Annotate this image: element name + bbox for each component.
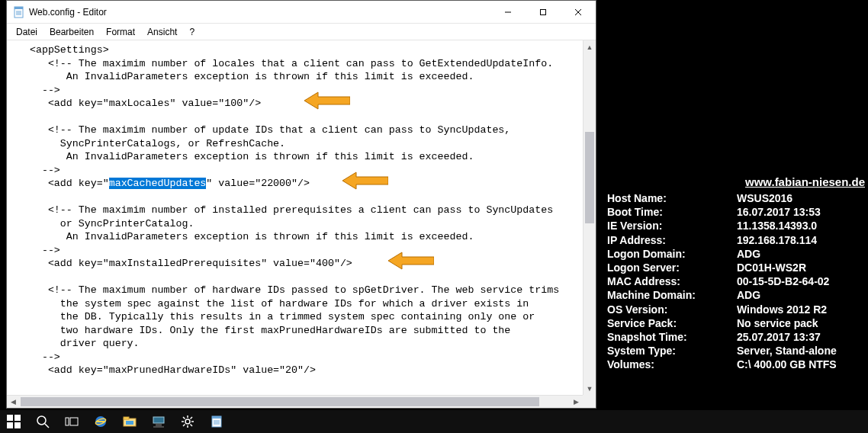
info-row: Logon Server:DC01H-WS2R [607, 261, 866, 274]
svg-rect-1 [14, 7, 23, 9]
horizontal-scroll-thumb[interactable] [21, 397, 539, 406]
code-line: SyncPrinterCatalogs, or RefreshCache. [11, 137, 596, 151]
desktop-info-panel: www.fabian-niesen.de Host Name:WSUS2016B… [607, 175, 866, 372]
code-line: <add key="maxLocales" value="100"/> [11, 97, 596, 111]
svg-line-36 [191, 417, 193, 419]
info-value: 00-15-5D-B2-64-02 [737, 274, 866, 288]
code-line: <!-- The maximim number of update IDs th… [11, 123, 596, 137]
editor-content[interactable]: <appSettings> <!-- The maximim number of… [7, 40, 596, 408]
info-row: Machine Domain:ADG [607, 288, 866, 302]
start-icon[interactable] [5, 412, 23, 431]
taskbar [0, 410, 868, 433]
code-line: --> [11, 84, 596, 98]
info-label: MAC Address: [607, 274, 737, 288]
info-row: Service Pack:No service pack [607, 316, 866, 330]
info-row: IP Address:192.168.178.114 [607, 233, 866, 247]
svg-rect-23 [124, 417, 129, 419]
menu-help[interactable]: ? [183, 25, 201, 39]
info-row: Boot Time:16.07.2017 13:53 [607, 205, 866, 219]
menubar: Datei Bearbeiten Format Ansicht ? [7, 24, 596, 40]
info-label: Service Pack: [607, 316, 737, 330]
info-value: DC01H-WS2R [737, 261, 866, 274]
svg-rect-18 [66, 418, 69, 425]
code-line: An InvalidParameters exception is thrown… [11, 70, 596, 84]
svg-rect-15 [14, 422, 21, 428]
info-label: Snapshot Time: [607, 330, 737, 344]
svg-marker-10 [342, 172, 388, 189]
info-value: 192.168.178.114 [737, 233, 866, 247]
window-title: Web.config - Editor [29, 7, 107, 18]
scroll-right-button[interactable]: ▶ [570, 396, 583, 408]
info-label: Logon Server: [607, 261, 737, 274]
editor-window: Web.config - Editor Datei Bearbeiten For… [6, 0, 596, 409]
svg-rect-19 [70, 418, 78, 425]
info-row: System Type:Server, Stand-alone [607, 344, 866, 358]
server-manager-icon[interactable] [149, 412, 168, 431]
info-value: ADG [737, 288, 866, 302]
close-button[interactable] [561, 1, 596, 23]
info-row: OS Version:Windows 2012 R2 [607, 303, 866, 316]
svg-line-37 [183, 425, 185, 427]
search-icon[interactable] [34, 412, 52, 431]
scroll-left-button[interactable]: ◀ [7, 396, 20, 408]
info-url: www.fabian-niesen.de [607, 175, 866, 188]
info-row: Host Name:WSUS2016 [607, 191, 866, 205]
svg-rect-12 [7, 415, 13, 421]
arrow-max-cached-updates [342, 171, 388, 191]
arrow-max-installed-prerequisites [388, 251, 434, 271]
taskview-icon[interactable] [63, 412, 81, 431]
explorer-icon[interactable] [121, 412, 139, 431]
info-value: Windows 2012 R2 [737, 303, 866, 316]
info-value: Server, Stand-alone [737, 344, 866, 358]
info-row: Logon Domain:ADG [607, 247, 866, 261]
code-line: An InvalidParameters exception is thrown… [11, 230, 596, 244]
vertical-scrollbar[interactable]: ▲ ▼ [583, 40, 596, 395]
minimize-button[interactable] [490, 1, 526, 23]
scroll-up-button[interactable]: ▲ [583, 40, 596, 53]
vertical-scroll-thumb[interactable] [585, 132, 594, 223]
svg-rect-28 [153, 426, 164, 428]
menu-ansicht[interactable]: Ansicht [141, 25, 183, 39]
info-label: System Type: [607, 344, 737, 358]
code-text[interactable]: <appSettings> <!-- The maximim number of… [7, 40, 596, 377]
horizontal-scrollbar[interactable]: ◀ ▶ [7, 395, 583, 408]
code-line: <!-- The maximim number of locales that … [11, 57, 596, 71]
menu-bearbeiten[interactable]: Bearbeiten [43, 25, 100, 39]
notepad-icon[interactable] [207, 412, 226, 431]
editor-body: <appSettings> <!-- The maximim number of… [7, 40, 596, 408]
code-line: two hardware IDs. Only the first maxPrun… [11, 324, 596, 338]
code-line: <appSettings> [11, 43, 596, 57]
svg-marker-11 [388, 252, 434, 269]
info-value: 25.07.2017 13:37 [737, 330, 866, 344]
titlebar[interactable]: Web.config - Editor [7, 1, 596, 24]
maximize-button[interactable] [526, 1, 561, 23]
code-line [11, 111, 596, 124]
svg-line-34 [183, 417, 185, 419]
code-line: or SyncPrinterCatalog. [11, 217, 596, 231]
code-line: the DB. Typically this results in a trim… [11, 310, 596, 324]
menu-format[interactable]: Format [100, 25, 141, 39]
code-line: --> [11, 164, 596, 178]
svg-marker-9 [304, 92, 350, 109]
info-label: IP Address: [607, 233, 737, 247]
code-line: <!-- The maximim number of installed pre… [11, 204, 596, 217]
code-line [11, 271, 596, 284]
svg-point-16 [37, 416, 46, 425]
svg-point-29 [185, 419, 190, 424]
svg-rect-25 [153, 417, 164, 423]
code-line: --> [11, 244, 596, 258]
code-line: --> [11, 351, 596, 364]
info-value: No service pack [737, 316, 866, 330]
scroll-corner [583, 395, 596, 408]
code-line: <!-- The maximum number of hardware IDs … [11, 284, 596, 297]
svg-rect-14 [7, 422, 13, 428]
menu-datei[interactable]: Datei [10, 25, 43, 39]
scroll-down-button[interactable]: ▼ [583, 382, 596, 395]
svg-rect-13 [14, 415, 21, 421]
svg-rect-39 [212, 416, 221, 419]
settings-icon[interactable] [178, 412, 197, 431]
info-label: Volumes: [607, 358, 737, 371]
info-row: Volumes:C:\ 400.00 GB NTFS [607, 358, 866, 371]
ie-icon[interactable] [92, 412, 110, 431]
svg-rect-6 [541, 9, 546, 14]
